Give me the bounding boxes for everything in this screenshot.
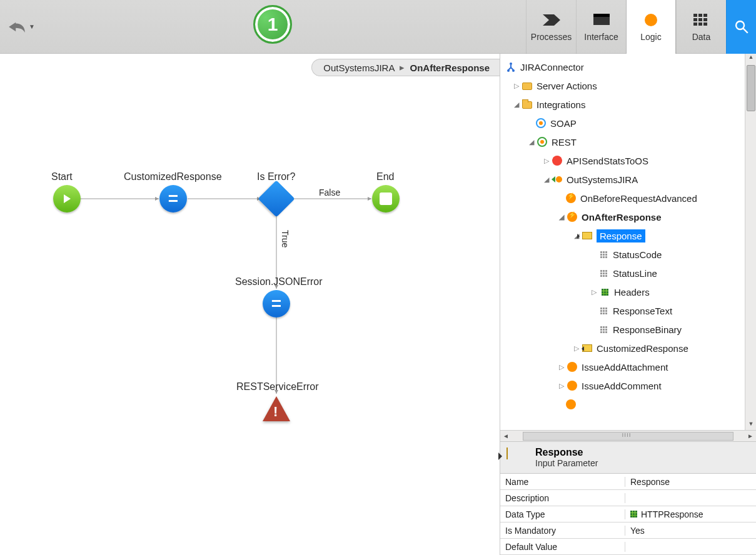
attr-icon	[598, 305, 609, 316]
tree-more[interactable]	[500, 395, 745, 414]
tree-label: REST	[552, 137, 577, 148]
svg-rect-7	[698, 18, 702, 21]
breadcrumb-current: OnAfterResponse	[410, 62, 490, 73]
flow-node-jsonerr[interactable]: =	[263, 290, 290, 318]
expand-icon[interactable]: ▷	[558, 363, 565, 371]
edge-label-true: True	[280, 230, 290, 248]
flow-node-exception[interactable]	[263, 396, 290, 421]
tree-outsystemsjira[interactable]: ◢ OutSystemsJIRA	[500, 170, 745, 189]
tree-issuecomment[interactable]: ▷ IssueAddComment	[500, 376, 745, 395]
expand-icon[interactable]: ▷	[513, 82, 520, 90]
scroll-thumb[interactable]	[747, 65, 755, 111]
tab-data[interactable]: Data	[676, 0, 726, 54]
tree-apisend[interactable]: ▷ APISendStatsToOS	[500, 151, 745, 170]
action-icon	[567, 361, 578, 372]
prop-value[interactable]: Response	[625, 477, 756, 487]
tree-label: Headers	[614, 287, 650, 298]
expand-icon[interactable]: ▷	[590, 288, 598, 296]
node-label-customresp: CustomizedResponse	[124, 171, 222, 182]
attr-icon	[598, 268, 609, 279]
tree-statusline[interactable]: StatusLine	[500, 264, 745, 282]
input-param-icon	[582, 230, 593, 241]
node-label-end: End	[376, 171, 394, 182]
tree-root[interactable]: JIRAConnector	[500, 58, 745, 76]
publish-badge[interactable]: 1	[253, 5, 292, 44]
node-label-start: Start	[51, 171, 73, 182]
tree-server-actions[interactable]: ▷ Server Actions	[500, 76, 745, 95]
scroll-left-icon[interactable]: ◄	[500, 432, 512, 439]
expand-icon[interactable]: ▷	[543, 157, 550, 165]
prop-key: Data Type	[500, 509, 625, 519]
tree-headers[interactable]: ▷ Headers	[500, 282, 745, 301]
prop-row-datatype[interactable]: Data Type HTTPResponse	[500, 506, 756, 522]
tree-h-scrollbar[interactable]: ◄ ►	[500, 430, 756, 441]
tree-label: OnAfterResponse	[582, 212, 662, 222]
data-icon	[692, 12, 712, 28]
tree-onbefore[interactable]: OnBeforeRequestAdvanced	[500, 189, 745, 208]
scroll-down-icon[interactable]: ▼	[745, 421, 756, 430]
stop-icon	[380, 192, 392, 205]
undo-button[interactable]: ▼	[8, 20, 35, 34]
tree-responsebinary[interactable]: ResponseBinary	[500, 320, 745, 339]
tree-responsetext[interactable]: ResponseText	[500, 301, 745, 320]
tree-soap[interactable]: SOAP	[500, 114, 745, 132]
svg-rect-5	[703, 14, 707, 17]
main-tabs: Processes Interface Logic Data	[526, 0, 756, 54]
tree-statuscode[interactable]: StatusCode	[500, 245, 745, 264]
scroll-up-icon[interactable]: ▲	[745, 54, 756, 63]
prop-row-description[interactable]: Description	[500, 490, 756, 506]
consume-rest-icon	[552, 174, 563, 185]
collapse-icon[interactable]: ◢	[513, 101, 520, 109]
flow-node-customresp[interactable]: =	[159, 185, 187, 212]
tab-logic[interactable]: Logic	[626, 0, 676, 54]
module-tree[interactable]: JIRAConnector ▷ Server Actions ◢ Integra…	[500, 54, 745, 430]
tree-issueattach[interactable]: ▷ IssueAddAttachment	[500, 358, 745, 376]
tab-search[interactable]	[726, 0, 756, 54]
tree-label: APISendStatsToOS	[567, 156, 648, 166]
tab-label: Data	[692, 32, 711, 42]
attr-list-icon	[599, 286, 610, 298]
prop-value[interactable]: Yes	[625, 526, 756, 536]
scroll-right-icon[interactable]: ►	[745, 432, 756, 439]
collapse-icon[interactable]: ◢	[558, 213, 565, 221]
soap-icon	[535, 118, 547, 129]
flow-node-start[interactable]	[53, 185, 81, 212]
tree-label: StatusCode	[613, 249, 662, 260]
properties-table: Name Response Description Data Type HTTP…	[500, 473, 756, 555]
flow-node-end[interactable]	[372, 185, 400, 212]
tab-interface[interactable]: Interface	[576, 0, 626, 54]
tree-customresp[interactable]: ▷ CustomizedResponse	[500, 339, 745, 358]
tree-label: OnBeforeRequestAdvanced	[580, 193, 697, 204]
breadcrumb-sep: ▸	[400, 62, 405, 73]
prop-row-mandatory[interactable]: Is Mandatory Yes	[500, 522, 756, 539]
tree-integrations[interactable]: ◢ Integrations	[500, 95, 745, 114]
expand-icon[interactable]: ▷	[558, 382, 565, 390]
svg-rect-1	[593, 14, 610, 17]
tree-onafter[interactable]: ◢ OnAfterResponse	[500, 208, 745, 226]
breadcrumb-parent[interactable]: OutSystemsJIRA	[323, 62, 395, 73]
scroll-thumb[interactable]	[523, 432, 733, 441]
svg-rect-6	[693, 18, 697, 21]
svg-point-22	[556, 176, 562, 182]
interface-icon	[592, 12, 612, 28]
tree-rest[interactable]: ◢ REST	[500, 132, 745, 151]
tab-processes[interactable]: Processes	[526, 0, 576, 54]
svg-point-21	[512, 69, 515, 72]
svg-rect-4	[698, 14, 702, 17]
tree-label: Server Actions	[537, 81, 597, 91]
collapse-icon[interactable]: ◢	[543, 176, 550, 184]
svg-point-12	[736, 21, 744, 29]
flow-canvas[interactable]: OutSystemsJIRA ▸ OnAfterResponse Sta	[0, 54, 500, 555]
prop-row-name[interactable]: Name Response	[500, 474, 756, 490]
prop-value[interactable]: HTTPResponse	[625, 509, 756, 519]
prop-row-default[interactable]: Default Value	[500, 539, 756, 555]
flow-edges	[0, 129, 494, 479]
tree-response-selected[interactable]: ◢ Response	[500, 226, 745, 245]
tree-v-scrollbar[interactable]: ▲ ▼	[745, 54, 756, 430]
tab-label: Interface	[584, 32, 618, 42]
callback-icon	[567, 211, 578, 222]
undo-dropdown-chevron[interactable]: ▼	[29, 23, 35, 30]
input-param-icon	[507, 448, 529, 467]
svg-rect-11	[703, 22, 707, 26]
collapse-icon[interactable]: ◢	[528, 138, 535, 146]
